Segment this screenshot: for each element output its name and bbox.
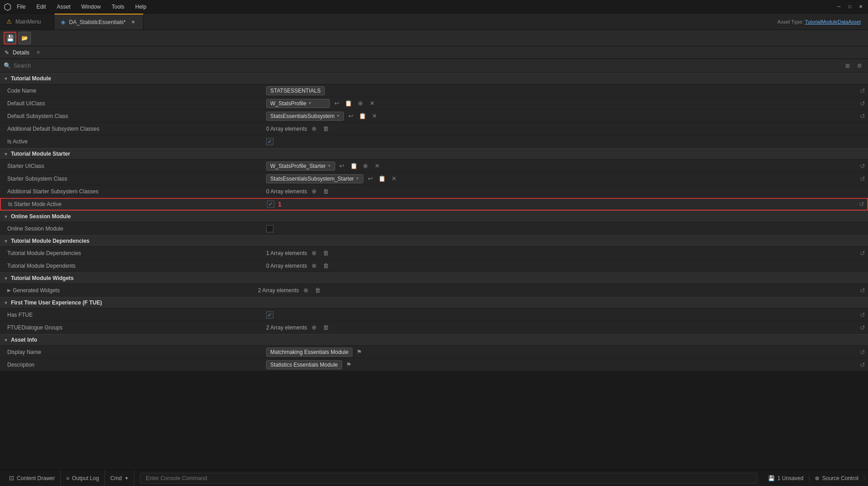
section-tutorial-module[interactable]: ▼ Tutorial Module [0, 73, 868, 84]
default-subsystem-clear[interactable]: ✕ [369, 111, 379, 121]
minimize-button[interactable]: ─ [835, 3, 843, 10]
starter-ui-copy[interactable]: 📋 [349, 161, 359, 171]
prop-has-ftue-label: Has FTUE [7, 312, 266, 318]
cmd-input[interactable] [140, 473, 757, 484]
generated-widgets-expand-arrow[interactable]: ▶ [7, 288, 11, 293]
dropdown-arrow-4: ▼ [356, 177, 359, 181]
default-ui-class-copy[interactable]: 📋 [343, 98, 353, 108]
ftue-dialogue-groups-reset[interactable]: ↺ [857, 324, 868, 331]
ftue-dialogue-groups-add[interactable]: ⊕ [309, 323, 319, 333]
search-bar: 🔍 ⊞ ⚙ [0, 59, 868, 73]
browse-button[interactable]: 📂 [18, 32, 31, 44]
additional-default-subsystem-delete[interactable]: 🗑 [321, 124, 331, 134]
has-ftue-reset[interactable]: ↺ [857, 311, 868, 319]
default-ui-class-dropdown[interactable]: W_StatsProfile ▼ [266, 99, 330, 108]
starter-subsystem-copy[interactable]: 📋 [377, 174, 387, 184]
starter-subsystem-reset[interactable]: ↺ [857, 175, 868, 182]
default-subsystem-reset[interactable]: ↺ [857, 113, 868, 120]
prop-default-ui-class-label: Default UIClass [7, 100, 266, 107]
menu-edit[interactable]: Edit [35, 3, 48, 11]
generated-widgets-reset[interactable]: ↺ [857, 287, 868, 294]
menu-window[interactable]: Window [79, 3, 103, 11]
tutorial-module-deps-delete[interactable]: 🗑 [321, 248, 331, 258]
tab-da-statistic[interactable]: ◈ DA_StatisticEssentials* ✕ [55, 14, 144, 29]
generated-widgets-delete[interactable]: 🗑 [312, 285, 322, 295]
is-active-checkbox[interactable]: ✓ [266, 138, 273, 145]
is-starter-mode-active-reset[interactable]: ↺ [856, 201, 867, 208]
tutorial-module-dependents-delete[interactable]: 🗑 [321, 261, 331, 271]
section-widgets-title: Tutorial Module Widgets [11, 275, 74, 281]
details-panel-header: ✎ Details ✕ [0, 46, 868, 59]
tab-main-menu[interactable]: ⚠ MainMenu [0, 14, 55, 29]
display-name-reset[interactable]: ↺ [857, 349, 868, 356]
prop-is-active-label: Is Active [7, 138, 266, 145]
display-name-input[interactable]: Matchmaking Essentials Module [266, 348, 352, 357]
code-name-input[interactable]: STATSESSENTIALS [266, 86, 325, 95]
tutorial-module-deps-add[interactable]: ⊕ [309, 248, 319, 258]
online-session-module-checkbox[interactable] [266, 225, 273, 232]
default-subsystem-dropdown[interactable]: StatsEssentialsSubsystem ▼ [266, 112, 344, 121]
starter-ui-class-dropdown[interactable]: W_StatsProfile_Starter ▼ [266, 162, 335, 171]
source-control-button[interactable]: ⊗ Source Control [809, 475, 864, 481]
save-button[interactable]: 💾 [4, 32, 16, 44]
menu-file[interactable]: File [15, 3, 27, 11]
section-tutorial-module-dependencies[interactable]: ▼ Tutorial Module Dependencies [0, 235, 868, 247]
menu-asset[interactable]: Asset [55, 3, 72, 11]
description-reset[interactable]: ↺ [857, 361, 868, 368]
display-name-flag[interactable]: ⚑ [354, 347, 364, 357]
asset-type-link[interactable]: TutorialModuleDataAsset [805, 19, 861, 25]
section-tutorial-module-starter[interactable]: ▼ Tutorial Module Starter [0, 148, 868, 160]
default-subsystem-navigate[interactable]: ↩ [346, 111, 356, 121]
section-online-session[interactable]: ▼ Online Session Module [0, 211, 868, 222]
starter-subsystem-navigate[interactable]: ↩ [365, 174, 375, 184]
default-ui-class-navigate[interactable]: ↩ [332, 98, 342, 108]
has-ftue-checkbox[interactable]: ✓ [266, 311, 273, 319]
prop-ftue-dialogue-groups-label: FTUEDialogue Groups [7, 324, 266, 331]
restore-button[interactable]: □ [846, 3, 853, 10]
description-flag[interactable]: ⚑ [344, 360, 354, 370]
section-tutorial-module-widgets[interactable]: ▼ Tutorial Module Widgets [0, 272, 868, 284]
browse-icon: 📂 [21, 35, 28, 41]
cmd-dropdown[interactable]: Cmd ▼ [105, 470, 134, 486]
default-ui-class-reset[interactable]: ↺ [857, 100, 868, 107]
default-ui-class-clear[interactable]: ✕ [367, 98, 377, 108]
grid-view-button[interactable]: ⊞ [843, 61, 853, 71]
starter-ui-reset[interactable]: ↺ [857, 162, 868, 170]
tab-main-menu-label: MainMenu [15, 19, 41, 25]
output-log-button[interactable]: ≡ Output Log [61, 470, 105, 486]
additional-starter-add[interactable]: ⊕ [309, 187, 319, 196]
section-widgets-arrow: ▼ [4, 276, 8, 281]
generated-widgets-add[interactable]: ⊕ [301, 285, 311, 295]
section-asset-info-arrow: ▼ [4, 338, 8, 343]
code-name-reset[interactable]: ↺ [857, 87, 868, 94]
prop-code-name-value: STATSESSENTIALS [266, 86, 857, 95]
details-panel-close[interactable]: ✕ [35, 49, 41, 56]
starter-ui-clear[interactable]: ✕ [372, 161, 382, 171]
content-drawer-button[interactable]: ⊡ Content Drawer [4, 470, 61, 486]
section-ftue[interactable]: ▼ First Time User Experience (F TUE) [0, 297, 868, 309]
unsaved-indicator[interactable]: 💾 1 Unsaved [763, 475, 809, 481]
settings-button[interactable]: ⚙ [854, 61, 864, 71]
additional-starter-count: 0 Array elements [266, 188, 307, 195]
is-starter-mode-active-checkbox[interactable]: ✓ [267, 201, 274, 208]
default-subsystem-copy[interactable]: 📋 [357, 111, 367, 121]
starter-ui-navigate[interactable]: ↩ [337, 161, 347, 171]
tutorial-module-dependents-add[interactable]: ⊕ [309, 261, 319, 271]
section-asset-info-title: Asset Info [11, 337, 37, 343]
additional-default-subsystem-add[interactable]: ⊕ [309, 124, 319, 134]
starter-subsystem-dropdown[interactable]: StatsEssentialsSubsystem_Starter ▼ [266, 174, 363, 183]
search-input[interactable] [14, 63, 840, 69]
description-input[interactable]: Statistics Essentials Module [266, 360, 342, 369]
starter-ui-add[interactable]: ⊕ [361, 161, 371, 171]
menu-tools[interactable]: Tools [110, 3, 126, 11]
starter-subsystem-clear[interactable]: ✕ [389, 174, 399, 184]
tab-da-statistic-close[interactable]: ✕ [129, 19, 137, 26]
section-asset-info[interactable]: ▼ Asset Info [0, 334, 868, 346]
close-button[interactable]: ✕ [857, 3, 864, 10]
prop-display-name-label: Display Name [7, 349, 266, 355]
default-ui-class-add[interactable]: ⊕ [355, 98, 365, 108]
additional-starter-delete[interactable]: 🗑 [321, 187, 331, 196]
tutorial-module-deps-reset[interactable]: ↺ [857, 250, 868, 257]
ftue-dialogue-groups-delete[interactable]: 🗑 [321, 323, 331, 333]
menu-help[interactable]: Help [134, 3, 149, 11]
